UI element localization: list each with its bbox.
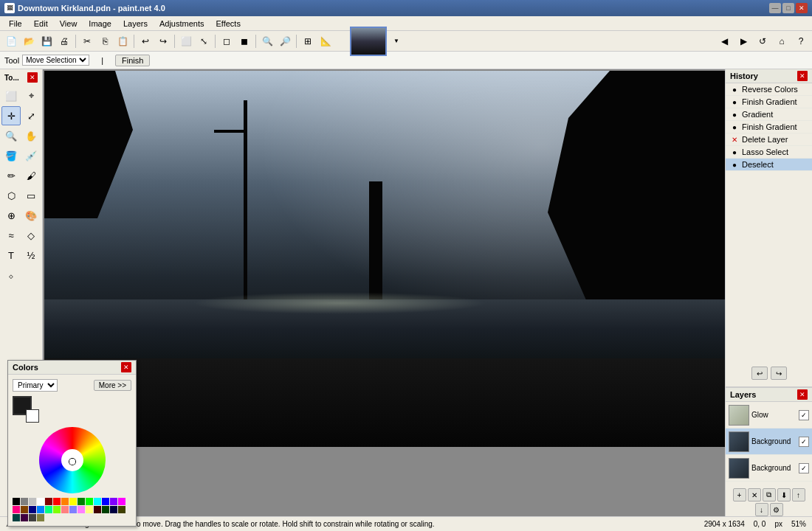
tb-copy[interactable]: ⎘ <box>97 33 113 49</box>
layer-prop-button[interactable]: ⚙ <box>770 503 783 516</box>
history-item[interactable]: ● Finish Gradient <box>726 96 812 108</box>
tb-crop[interactable]: ⬜ <box>178 33 194 49</box>
palette-cell[interactable] <box>61 498 69 505</box>
tb-help-refresh[interactable]: ↺ <box>754 33 771 49</box>
tb-help-home[interactable]: ⌂ <box>774 33 790 49</box>
history-item[interactable]: ● Reverse Colors <box>726 83 812 96</box>
palette-cell[interactable] <box>13 498 20 505</box>
palette-cell[interactable] <box>78 498 85 505</box>
palette-cell[interactable] <box>45 506 52 513</box>
tb-help[interactable]: ? <box>793 33 809 49</box>
tool-select[interactable]: Move Selection <box>22 55 89 66</box>
tool-clone-stamp[interactable]: ⊕ <box>1 206 21 225</box>
palette-cell[interactable] <box>53 498 61 505</box>
palette-cell[interactable] <box>37 506 44 513</box>
secondary-color-swatch[interactable] <box>26 409 39 423</box>
palette-cell[interactable] <box>13 514 20 521</box>
tb-save[interactable]: 💾 <box>38 33 55 49</box>
menu-layers[interactable]: Layers <box>117 18 154 30</box>
history-item[interactable]: ● Lasso Select <box>726 146 812 159</box>
history-item[interactable]: ● Gradient <box>726 108 812 121</box>
layer-item-bg2[interactable]: Background ✓ <box>726 455 812 482</box>
tool-rectangle[interactable]: ▭ <box>21 186 41 205</box>
minimize-button[interactable]: — <box>769 3 781 13</box>
menu-edit[interactable]: Edit <box>28 18 54 30</box>
layer-vis-glow[interactable]: ✓ <box>799 410 809 420</box>
menu-image[interactable]: Image <box>83 18 117 30</box>
palette-cell[interactable] <box>29 506 36 513</box>
tb-paste[interactable]: 📋 <box>114 33 131 49</box>
tool-paint-bucket[interactable]: 🪣 <box>1 146 21 165</box>
tb-thumb-menu[interactable]: ▼ <box>388 33 405 49</box>
tb-rulers[interactable]: 📐 <box>317 33 334 49</box>
tb-zoom-in[interactable]: 🔍 <box>259 33 275 49</box>
layer-up-button[interactable]: ↑ <box>792 488 805 502</box>
menu-adjustments[interactable]: Adjustments <box>154 18 210 30</box>
palette-cell[interactable] <box>94 506 101 513</box>
layers-close[interactable]: ✕ <box>797 389 808 400</box>
tool-text[interactable]: T <box>1 246 21 265</box>
layer-delete-button[interactable]: ✕ <box>748 488 761 502</box>
palette-cell[interactable] <box>37 498 44 505</box>
tools-close[interactable]: ✕ <box>27 72 38 83</box>
palette-cell[interactable] <box>102 506 109 513</box>
tb-zoom-out[interactable]: 🔎 <box>277 33 293 49</box>
tb-undo[interactable]: ↩ <box>137 33 154 49</box>
palette-cell[interactable] <box>94 498 101 505</box>
color-wheel[interactable] <box>39 427 106 493</box>
layer-down-button[interactable]: ↓ <box>755 503 768 516</box>
history-close[interactable]: ✕ <box>797 71 808 81</box>
tool-v12[interactable]: ½ <box>21 246 41 265</box>
menu-effects[interactable]: Effects <box>210 18 247 30</box>
tool-paintbrush[interactable]: 🖌 <box>21 166 41 185</box>
canvas-image[interactable] <box>44 71 725 447</box>
tool-zoom[interactable]: 🔍 <box>1 126 21 145</box>
maximize-button[interactable]: □ <box>782 3 794 13</box>
tb-invert[interactable]: ◼ <box>236 33 252 49</box>
palette-cell[interactable] <box>78 506 85 513</box>
tb-cut[interactable]: ✂ <box>79 33 95 49</box>
palette-cell[interactable] <box>21 506 28 513</box>
tool-pan[interactable]: ✋ <box>21 126 41 145</box>
palette-cell[interactable] <box>86 498 93 505</box>
palette-cell[interactable] <box>102 498 109 505</box>
layer-merge-button[interactable]: ⬇ <box>777 488 791 502</box>
tool-move-select[interactable]: ✛ <box>1 106 21 125</box>
layer-add-button[interactable]: + <box>733 488 746 502</box>
tool-sharpen[interactable]: ◇ <box>21 226 41 245</box>
tb-print[interactable]: 🖨 <box>56 33 72 49</box>
tb-help-fwd[interactable]: ▶ <box>735 33 751 49</box>
tb-help-back[interactable]: ◀ <box>716 33 732 49</box>
layer-item-glow[interactable]: Glow ✓ <box>726 402 812 428</box>
layer-vis-bg1[interactable]: ✓ <box>799 437 809 447</box>
history-undo-button[interactable]: ↩ <box>751 367 768 380</box>
tb-grid[interactable]: ⊞ <box>300 33 316 49</box>
tb-resize[interactable]: ⤡ <box>196 33 212 49</box>
palette-cell[interactable] <box>61 506 69 513</box>
palette-cell[interactable] <box>86 506 93 513</box>
colors-more-button[interactable]: More >> <box>94 380 131 391</box>
color-mode-select[interactable]: Primary <box>13 379 58 392</box>
palette-cell[interactable] <box>110 506 117 513</box>
palette-cell[interactable] <box>21 514 28 521</box>
palette-cell[interactable] <box>45 498 52 505</box>
tb-new[interactable]: 📄 <box>3 33 19 49</box>
tool-rectangle-select[interactable]: ⬜ <box>1 86 21 105</box>
history-item[interactable]: ✕ Delete Layer <box>726 133 812 146</box>
menu-file[interactable]: File <box>3 18 28 30</box>
palette-cell[interactable] <box>37 514 44 521</box>
menu-view[interactable]: View <box>54 18 83 30</box>
layer-vis-bg2[interactable]: ✓ <box>799 463 809 473</box>
history-item-active[interactable]: ● Deselect <box>726 159 812 171</box>
finish-button[interactable]: Finish <box>115 55 150 66</box>
palette-cell[interactable] <box>21 498 28 505</box>
tool-pencil[interactable]: ✏ <box>1 166 21 185</box>
history-item[interactable]: ● Finish Gradient <box>726 121 812 133</box>
tool-color-picker[interactable]: 💉 <box>21 146 41 165</box>
palette-cell[interactable] <box>69 498 77 505</box>
layer-item-bg1[interactable]: Background ✓ <box>726 428 812 455</box>
history-redo-button[interactable]: ↪ <box>771 367 787 380</box>
tb-open[interactable]: 📂 <box>21 33 37 49</box>
tool-recolor[interactable]: 🎨 <box>21 206 41 225</box>
tb-redo[interactable]: ↪ <box>155 33 171 49</box>
